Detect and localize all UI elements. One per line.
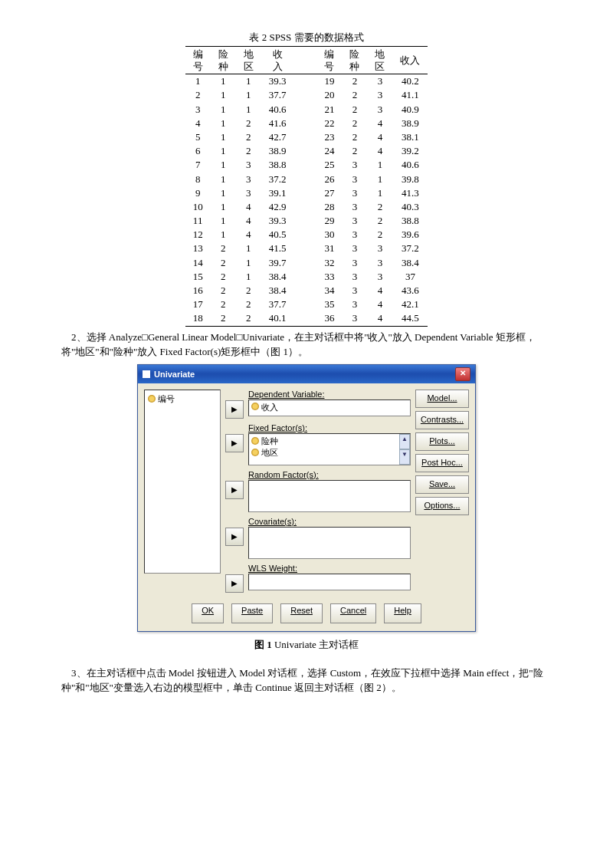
table-cell: 3: [342, 173, 367, 186]
table-cell: 3: [367, 270, 392, 284]
wls-box[interactable]: [248, 574, 411, 590]
table-cell: 2: [342, 144, 367, 158]
table-cell: 1: [211, 88, 236, 102]
table-cell: 1: [211, 74, 236, 89]
table-cell: 37.7: [261, 88, 294, 102]
table-cell: 38.8: [261, 158, 294, 172]
table-cell: 38.8: [392, 214, 428, 228]
th-r-3: 收入: [392, 47, 428, 74]
table-cell: 9: [185, 186, 211, 200]
table-cell: 1: [211, 214, 236, 228]
random-label: Random Factor(s):: [248, 470, 411, 479]
table-cell: 2: [236, 130, 261, 144]
table-cell: 1: [367, 186, 392, 200]
table-cell: 40.9: [392, 103, 428, 117]
table-cell: 42.7: [261, 130, 294, 144]
source-var-item[interactable]: 编号: [148, 393, 217, 405]
table-cell: 38.1: [392, 130, 428, 144]
table-cell: 1: [211, 103, 236, 117]
move-dep-button[interactable]: ▶: [225, 400, 244, 419]
table-cell: 3: [236, 186, 261, 200]
dlg-side-button[interactable]: Contrasts...: [415, 411, 469, 429]
table-cell: 1: [236, 103, 261, 117]
dlg-bottom-button[interactable]: Help: [384, 603, 421, 623]
table-cell: 43.6: [392, 284, 428, 298]
close-icon[interactable]: ✕: [455, 367, 470, 381]
fig1-rest: Univariate 主对话框: [272, 639, 359, 650]
table-cell: 37.2: [392, 242, 428, 255]
dlg-side-button[interactable]: Plots...: [415, 432, 469, 451]
table-cell: 1: [211, 117, 236, 130]
source-variable-list[interactable]: 编号: [144, 390, 221, 574]
table-cell: 7: [185, 158, 211, 172]
table-cell: 2: [211, 284, 236, 298]
dlg-bottom-button[interactable]: Paste: [231, 603, 273, 623]
table-cell: 38.9: [392, 117, 428, 130]
scale-icon: [251, 449, 259, 456]
table-cell: 34: [316, 284, 342, 298]
table-cell: 1: [236, 256, 261, 270]
scroll-down-icon[interactable]: ▼: [399, 449, 410, 465]
table-cell: 41.5: [261, 242, 294, 255]
table-cell: 2: [236, 298, 261, 311]
table-cell: 4: [236, 228, 261, 242]
paragraph-3: 3、在主对话框中点击 Model 按钮进入 Model 对话框，选择 Custo…: [61, 666, 552, 695]
table-cell: 2: [236, 311, 261, 326]
table-cell: 3: [367, 103, 392, 117]
table-cell: 41.6: [261, 117, 294, 130]
figure-1-caption: 图 1 Univariate 主对话框: [61, 638, 552, 652]
scroll-up-icon[interactable]: ▲: [399, 434, 410, 449]
dlg-side-button[interactable]: Post Hoc...: [415, 454, 469, 472]
move-random-button[interactable]: ▶: [225, 481, 244, 499]
fixed-box[interactable]: 险种 地区 ▲▼: [248, 433, 411, 465]
th-r-1: 险种: [342, 47, 367, 74]
table-cell: 1: [236, 88, 261, 102]
random-box[interactable]: [248, 480, 411, 512]
move-fixed-button[interactable]: ▶: [225, 434, 244, 452]
move-wls-button[interactable]: ▶: [225, 574, 244, 593]
table-cell: 20: [316, 88, 342, 102]
table-cell: 3: [342, 158, 367, 172]
dlg-bottom-button[interactable]: Reset: [280, 603, 323, 623]
table-cell: 40.6: [261, 103, 294, 117]
table-cell: 31: [316, 242, 342, 255]
table-cell: 1: [211, 144, 236, 158]
th-l-2: 地区: [236, 47, 261, 74]
table-cell: 4: [367, 117, 392, 130]
table-cell: 2: [211, 270, 236, 284]
table-cell: 37: [392, 270, 428, 284]
table-cell: 3: [342, 270, 367, 284]
table-cell: 40.1: [261, 311, 294, 326]
move-cov-button[interactable]: ▶: [225, 528, 244, 546]
table-cell: 3: [185, 103, 211, 117]
table-cell: 4: [367, 130, 392, 144]
table-cell: 41.1: [392, 88, 428, 102]
fixed-label: Fixed Factor(s):: [248, 423, 411, 432]
dlg-bottom-button[interactable]: Cancel: [330, 603, 376, 623]
dlg-side-button[interactable]: Model...: [415, 390, 469, 408]
covariate-label: Covariate(s):: [248, 517, 411, 526]
table-cell: 4: [367, 311, 392, 326]
table-cell: 1: [211, 130, 236, 144]
dialog-titlebar[interactable]: Univariate ✕: [138, 365, 475, 383]
table-cell: 6: [185, 144, 211, 158]
table-cell: 3: [367, 242, 392, 255]
table-cell: 2: [236, 117, 261, 130]
table-cell: 2: [367, 200, 392, 214]
table-cell: 1: [236, 270, 261, 284]
table-cell: 14: [185, 256, 211, 270]
table-cell: 25: [316, 158, 342, 172]
dlg-side-button[interactable]: Options...: [415, 497, 469, 515]
wls-label: WLS Weight:: [248, 564, 411, 573]
table-cell: 3: [342, 228, 367, 242]
table-cell: 4: [236, 214, 261, 228]
table-cell: 32: [316, 256, 342, 270]
table-cell: 28: [316, 200, 342, 214]
covariate-box[interactable]: [248, 527, 411, 559]
dlg-bottom-button[interactable]: OK: [192, 603, 224, 623]
table-cell: 2: [211, 311, 236, 326]
dependent-box[interactable]: 收入: [248, 399, 411, 416]
table-cell: 30: [316, 228, 342, 242]
table-cell: 33: [316, 270, 342, 284]
dlg-side-button[interactable]: Save...: [415, 475, 469, 494]
